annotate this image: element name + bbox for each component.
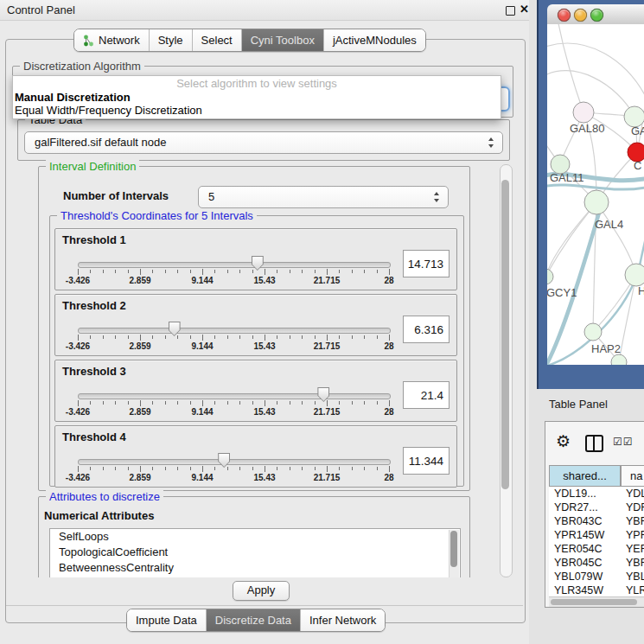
network-node-label: H xyxy=(638,284,644,297)
axis-tick xyxy=(265,400,265,406)
control-panel-titlebar: Control Panel ✕ xyxy=(0,0,529,21)
axis-tick xyxy=(115,401,116,405)
slider-thumb[interactable] xyxy=(169,322,181,336)
axis-tick xyxy=(152,270,153,273)
attribute-list-item[interactable]: TopologicalCoefficient xyxy=(50,545,460,560)
column-header-shared-name[interactable]: shared... xyxy=(549,465,621,487)
attribute-list-item[interactable]: BetweennessCentrality xyxy=(50,560,460,576)
number-of-intervals-value: 5 xyxy=(208,187,214,207)
axis-tick xyxy=(339,467,340,470)
float-window-icon[interactable] xyxy=(506,6,515,16)
checkbox-icons[interactable]: ☑☑ xyxy=(613,436,634,448)
threshold-value-field[interactable]: 21.4 xyxy=(403,381,450,409)
scrollbar-thumb[interactable] xyxy=(501,180,509,489)
network-edge-thick[interactable] xyxy=(640,216,644,265)
apply-button[interactable]: Apply xyxy=(233,581,290,601)
axis-tick xyxy=(302,335,303,339)
mac-minimize-icon[interactable] xyxy=(574,9,587,22)
tab-select[interactable]: Select xyxy=(193,29,242,51)
popup-option-manual[interactable]: Manual Discretization xyxy=(15,91,131,104)
threshold-value-field[interactable]: 6.316 xyxy=(403,316,450,343)
slider-track[interactable] xyxy=(78,262,391,268)
slider-thumb[interactable] xyxy=(317,387,329,402)
axis-tick-label: 2.859 xyxy=(129,473,150,482)
network-edge-thick[interactable] xyxy=(547,185,644,189)
tab-infer-network[interactable]: Infer Network xyxy=(301,609,385,631)
numerical-attributes-list[interactable]: SelfLoopsTopologicalCoefficientBetweenne… xyxy=(49,528,461,577)
table-cell: YDR27... xyxy=(621,501,644,514)
network-node[interactable] xyxy=(584,190,609,214)
table-cell: YBL079W xyxy=(549,570,621,583)
axis-tick-label: 28 xyxy=(384,473,393,482)
axis-tick-label: 21.715 xyxy=(314,473,341,482)
group-title: Interval Definition xyxy=(46,160,139,173)
split-columns-icon[interactable] xyxy=(585,435,603,452)
axis-tick xyxy=(90,467,91,470)
axis-tick xyxy=(265,466,265,472)
threshold-label: Threshold 1 xyxy=(62,233,126,246)
table-row[interactable]: YDR27...YDR27... xyxy=(549,501,644,514)
column-header-name[interactable]: na xyxy=(621,465,644,487)
network-window-titlebar[interactable] xyxy=(547,4,644,25)
popup-option-equal-width[interactable]: Equal Width/Frequency Discretization xyxy=(15,104,202,117)
network-node[interactable] xyxy=(584,323,602,341)
slider-track[interactable] xyxy=(78,459,391,465)
axis-tick xyxy=(227,401,228,405)
close-icon[interactable]: ✕ xyxy=(520,3,529,16)
axis-tick-label: 15.43 xyxy=(253,341,275,351)
scrollbar-thumb[interactable] xyxy=(450,531,457,567)
tab-jactivemnodules[interactable]: jActiveMNodules xyxy=(324,29,425,51)
table-row[interactable]: YER054CYER054C xyxy=(549,542,644,556)
threshold-value-field[interactable]: 14.713 xyxy=(403,250,450,277)
network-node[interactable] xyxy=(573,102,594,123)
table-row[interactable]: YLR345WYLR345W xyxy=(549,583,644,596)
network-edge[interactable] xyxy=(558,24,583,112)
table-row[interactable]: YBL079WYBL079W xyxy=(549,570,644,583)
network-edge[interactable] xyxy=(547,202,596,277)
axis-tick xyxy=(214,467,215,470)
axis-tick xyxy=(190,270,191,273)
axis-tick xyxy=(364,467,365,470)
list-scrollbar[interactable] xyxy=(449,530,459,577)
tab-discretize-data[interactable]: Discretize Data xyxy=(207,609,301,631)
network-edge[interactable] xyxy=(547,202,596,277)
threshold-value-field[interactable]: 11.344 xyxy=(403,447,450,475)
network-node-label: GCY1 xyxy=(547,286,577,299)
attributes-group: Attributes to discretize Numerical Attri… xyxy=(38,496,470,577)
axis-tick xyxy=(315,401,316,405)
tab-network[interactable]: Network xyxy=(74,29,150,51)
axis-tick xyxy=(90,270,91,273)
settings-scrollbar[interactable] xyxy=(500,164,513,577)
network-canvas[interactable]: GAL80GACGAL11GAL4GCY1HHAP2 xyxy=(547,24,644,365)
table-data-combobox[interactable]: galFiltered.sif default node xyxy=(24,131,503,154)
number-of-intervals-combobox[interactable]: 5 xyxy=(198,186,449,208)
network-edge[interactable] xyxy=(547,43,644,104)
network-node[interactable] xyxy=(547,269,553,284)
attribute-list-item[interactable]: SelfLoops xyxy=(50,529,460,545)
table-row[interactable]: YBR043CYBR043C xyxy=(549,514,644,528)
slider-thumb[interactable] xyxy=(218,453,230,468)
table-row[interactable]: YDL19...YDL19... xyxy=(549,487,644,501)
slider-track[interactable] xyxy=(78,393,391,399)
mac-zoom-icon[interactable] xyxy=(590,9,603,22)
network-node[interactable] xyxy=(625,264,644,286)
table-hscrollbar[interactable] xyxy=(549,596,644,607)
tab-style[interactable]: Style xyxy=(150,29,193,51)
thresholds-group: Threshold's Coordinates for 5 Intervals … xyxy=(49,215,464,487)
tab-impute-data[interactable]: Impute Data xyxy=(127,609,207,631)
scrollbar-thumb[interactable] xyxy=(551,599,637,605)
table-row[interactable]: YPR145WYPR145W xyxy=(549,528,644,542)
axis-tick xyxy=(115,335,116,339)
slider-track[interactable] xyxy=(78,328,391,334)
slider-thumb[interactable] xyxy=(252,256,264,271)
tab-cyni-toolbox[interactable]: Cyni Toolbox xyxy=(242,29,324,51)
axis-tick xyxy=(364,401,365,405)
table-cell: YER054C xyxy=(621,542,644,556)
table-row[interactable]: YBR045CYBR045C xyxy=(549,556,644,570)
threshold-label: Threshold 2 xyxy=(62,299,126,312)
mac-close-icon[interactable] xyxy=(558,9,571,22)
popup-hint: Select algorithm to view settings xyxy=(13,77,501,90)
gear-icon[interactable]: ⚙ xyxy=(556,431,571,450)
threshold-rows: Threshold 1-3.4262.8599.14415.4321.71528… xyxy=(54,228,457,491)
threshold-label: Threshold 4 xyxy=(62,430,126,443)
